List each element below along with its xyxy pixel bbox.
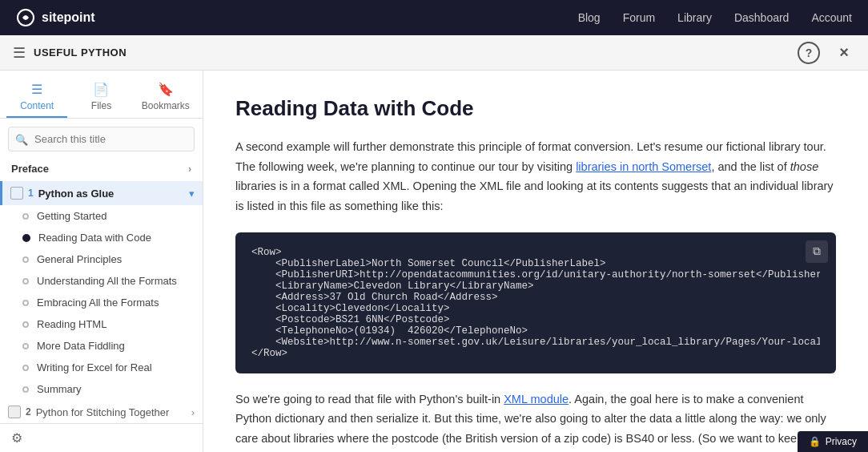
tab-bookmarks[interactable]: 🔖 Bookmarks	[135, 77, 196, 118]
close-label: ×	[839, 43, 849, 62]
chapter-1-expand-icon[interactable]: ▾	[189, 188, 195, 200]
toc-label-3: Understanding All the Formats	[37, 275, 177, 287]
north-somerset-link[interactable]: libraries in north Somerset	[576, 160, 711, 173]
chapter-2-row[interactable]: 2 Python for Stitching Together ›	[0, 400, 203, 423]
chapter-2-expand-icon[interactable]: ›	[191, 406, 195, 418]
main-content: Reading Data with Code A second example …	[203, 71, 868, 452]
help-icon[interactable]: ?	[798, 42, 820, 64]
nav-library[interactable]: Library	[677, 11, 712, 24]
files-icon: 📄	[93, 82, 109, 97]
toc-label-8: Summary	[37, 383, 82, 395]
toc-dot-0	[22, 213, 29, 220]
hamburger-icon[interactable]: ☰	[13, 44, 26, 62]
page-title: Reading Data with Code	[235, 96, 836, 121]
preface-chevron-icon: ›	[188, 163, 191, 175]
bookmarks-icon: 🔖	[158, 82, 174, 97]
toc-label-0: Getting Started	[37, 210, 106, 222]
tab-files-label: Files	[91, 100, 111, 111]
chapter-1-row[interactable]: 1 Python as Glue ▾	[0, 181, 203, 205]
nav-blog[interactable]: Blog	[578, 11, 601, 24]
sidebar: ☰ Content 📄 Files 🔖 Bookmarks 🔍 Preface …	[0, 71, 203, 452]
toolbar-right: ? ×	[798, 42, 855, 64]
chapter-2-num: 2	[26, 406, 31, 418]
logo-text: sitepoint	[42, 10, 95, 25]
chapter-2-checkbox[interactable]	[8, 406, 21, 418]
main-layout: ☰ Content 📄 Files 🔖 Bookmarks 🔍 Preface …	[0, 71, 868, 452]
toc-more-data[interactable]: More Data Fiddling	[0, 335, 203, 357]
toc-understanding-formats[interactable]: Understanding All the Formats	[0, 270, 203, 292]
close-icon[interactable]: ×	[833, 42, 855, 64]
logo[interactable]: sitepoint	[16, 8, 95, 27]
top-navigation: sitepoint Blog Forum Library Dashboard A…	[0, 0, 868, 35]
toc-dot-4	[22, 300, 29, 306]
nav-forum[interactable]: Forum	[623, 11, 655, 24]
copy-code-button[interactable]: ⧉	[806, 240, 828, 263]
sidebar-tabs: ☰ Content 📄 Files 🔖 Bookmarks	[0, 71, 203, 119]
preface-header[interactable]: Preface ›	[0, 156, 203, 181]
toc-getting-started[interactable]: Getting Started	[0, 205, 203, 227]
xml-module-link[interactable]: XML module	[504, 393, 569, 406]
toc-label-1: Reading Data with Code	[38, 232, 151, 244]
preface-label: Preface	[11, 163, 49, 175]
toc-dot-6	[22, 343, 29, 349]
privacy-badge[interactable]: 🔒 Privacy	[798, 431, 868, 452]
intro-paragraph: A second example will further demonstrat…	[235, 137, 836, 216]
toc-embracing-formats[interactable]: Embracing All the Formats	[0, 292, 203, 313]
chapter-1-name: Python as Glue	[38, 188, 189, 200]
search-icon: 🔍	[15, 133, 28, 145]
privacy-label: Privacy	[826, 436, 857, 447]
tab-content[interactable]: ☰ Content	[6, 77, 67, 118]
tab-content-label: Content	[20, 100, 54, 111]
toc-dot-5	[22, 321, 29, 328]
toc-general-principles[interactable]: General Principles	[0, 248, 203, 270]
nav-account[interactable]: Account	[811, 11, 852, 24]
toc-label-6: More Data Fiddling	[37, 340, 125, 352]
code-content: <Row> <PublisherLabel>North Somerset Cou…	[251, 247, 820, 359]
toc-writing-excel[interactable]: Writing for Excel for Real	[0, 357, 203, 378]
toc-dot-8	[22, 386, 29, 393]
search-input[interactable]	[8, 127, 195, 151]
toc-dot-7	[22, 365, 29, 371]
toc-reading-html[interactable]: Reading HTML	[0, 313, 203, 335]
code-block: ⧉ <Row> <PublisherLabel>North Somerset C…	[235, 232, 836, 373]
toc-summary[interactable]: Summary	[0, 378, 203, 400]
chapter-2-name: Python for Stitching Together	[36, 406, 191, 418]
nav-dashboard[interactable]: Dashboard	[734, 11, 790, 24]
toc-label-5: Reading HTML	[37, 318, 106, 330]
sidebar-content: Preface › 1 Python as Glue ▾ Getting Sta…	[0, 156, 203, 423]
book-toolbar: ☰ USEFUL PYTHON ? ×	[0, 35, 868, 71]
chapter-1-checkbox[interactable]	[10, 187, 23, 200]
tab-files[interactable]: 📄 Files	[70, 77, 131, 118]
toc-dot-3	[22, 278, 29, 285]
search-box: 🔍	[8, 127, 195, 151]
toc-reading-data[interactable]: Reading Data with Code	[0, 227, 203, 248]
tab-bookmarks-label: Bookmarks	[142, 100, 190, 111]
book-title: USEFUL PYTHON	[34, 46, 127, 59]
settings-bar: ⚙	[0, 423, 203, 452]
chapter-1-num: 1	[28, 188, 34, 199]
toc-label-2: General Principles	[37, 253, 122, 265]
toc-label-4: Embracing All the Formats	[37, 297, 159, 309]
settings-icon[interactable]: ⚙	[11, 430, 22, 446]
content-icon: ☰	[31, 82, 42, 97]
help-label: ?	[806, 46, 813, 59]
sitepoint-logo-icon	[16, 8, 35, 27]
lock-icon: 🔒	[809, 436, 821, 447]
toc-dot-1	[22, 234, 30, 242]
toc-label-7: Writing for Excel for Real	[37, 361, 152, 373]
nav-links: Blog Forum Library Dashboard Account	[578, 11, 852, 24]
after-code-paragraph: So we're going to read that file with Py…	[235, 389, 836, 452]
toc-dot-2	[22, 256, 29, 263]
